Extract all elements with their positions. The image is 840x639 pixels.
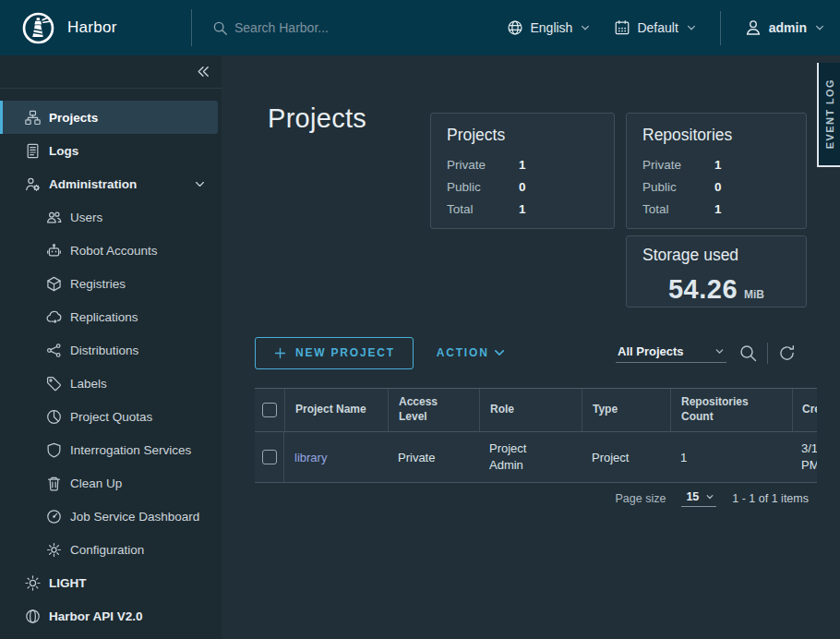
sidebar-item-projects[interactable]: Projects bbox=[0, 101, 218, 134]
sidebar-item-label: Job Service Dashboard bbox=[70, 510, 199, 524]
table-footer: Page size 15 1 - 1 of 1 items bbox=[255, 482, 817, 514]
action-dropdown-button[interactable]: ACTION bbox=[437, 346, 506, 359]
col-header-project-name[interactable]: Project Name bbox=[284, 389, 388, 431]
sidebar-item-logs[interactable]: Logs bbox=[0, 134, 222, 167]
sidebar-item-users[interactable]: Users bbox=[0, 200, 222, 234]
card-title: Repositories bbox=[642, 126, 790, 145]
cube-icon bbox=[46, 276, 62, 292]
stat-value: 1 bbox=[714, 199, 722, 221]
sidebar-item-configuration[interactable]: Configuration bbox=[0, 533, 222, 566]
chevron-down-icon bbox=[493, 346, 506, 359]
user-icon bbox=[744, 18, 762, 37]
sidebar-item-label: Users bbox=[70, 211, 102, 224]
search-table-button[interactable] bbox=[738, 344, 758, 363]
theme-menu[interactable]: Default bbox=[614, 19, 696, 36]
language-menu[interactable]: English bbox=[507, 19, 591, 36]
home-link[interactable]: Harbor bbox=[0, 0, 191, 55]
sidebar-item-replications[interactable]: Replications bbox=[0, 300, 222, 333]
cell-type: Project bbox=[582, 432, 670, 482]
sidebar-item-labels[interactable]: Labels bbox=[0, 367, 222, 400]
chevron-down-icon bbox=[194, 178, 206, 190]
user-menu[interactable]: admin bbox=[744, 18, 825, 37]
col-header-role[interactable]: Role bbox=[479, 389, 582, 431]
col-header-creation-time[interactable]: Cre bbox=[792, 389, 817, 431]
col-header-repositories-count[interactable]: Repositories Count bbox=[670, 389, 792, 431]
header-bar: Harbor English Defaul bbox=[0, 0, 840, 55]
sidebar-item-job-service-dashboard[interactable]: Job Service Dashboard bbox=[0, 500, 222, 533]
language-label: English bbox=[530, 20, 572, 35]
stat-label: Private bbox=[447, 154, 519, 176]
event-log-tab[interactable]: EVENT LOG bbox=[817, 63, 840, 167]
page-size-select[interactable]: 15 bbox=[681, 490, 716, 507]
page-size-label: Page size bbox=[616, 492, 666, 505]
stat-value: 1 bbox=[519, 199, 526, 221]
collapse-sidebar-button[interactable] bbox=[194, 63, 211, 80]
stat-label: Total bbox=[447, 199, 519, 221]
refresh-button[interactable] bbox=[777, 344, 797, 363]
new-project-button[interactable]: NEW PROJECT bbox=[255, 337, 414, 369]
sidebar-item-label: LIGHT bbox=[49, 576, 87, 590]
header-actions: English Default admin bbox=[507, 0, 840, 55]
card-title: Projects bbox=[447, 126, 598, 145]
tag-icon bbox=[46, 376, 62, 392]
project-link-library[interactable]: library bbox=[294, 451, 327, 464]
stat-label: Public bbox=[642, 176, 714, 199]
user-gear-icon bbox=[25, 176, 41, 192]
sidebar-header bbox=[0, 55, 222, 89]
sidebar-item-label: Clean Up bbox=[70, 476, 122, 490]
sidebar-item-harbor-api-v2-0[interactable]: Harbor API V2.0 bbox=[0, 599, 222, 633]
projects-table: Project Name Access Level Role Type Repo… bbox=[255, 388, 817, 514]
sidebar: ProjectsLogsAdministrationUsersRobot Acc… bbox=[0, 55, 222, 639]
search-icon bbox=[212, 20, 228, 36]
shield-icon bbox=[46, 442, 62, 458]
sidebar-item-project-quotas[interactable]: Project Quotas bbox=[0, 400, 222, 433]
stat-value: 1 bbox=[714, 154, 722, 176]
globe-alt-icon bbox=[25, 609, 41, 624]
sidebar-item-distributions[interactable]: Distributions bbox=[0, 333, 222, 367]
app-title: Harbor bbox=[67, 18, 117, 37]
search-input[interactable] bbox=[234, 20, 428, 35]
table-toolbar: NEW PROJECT ACTION All Projects bbox=[255, 336, 817, 369]
sidebar-item-label: Harbor API V2.0 bbox=[49, 609, 143, 623]
gauge-icon bbox=[46, 509, 62, 524]
chevron-down-icon bbox=[580, 22, 591, 33]
plus-icon bbox=[273, 346, 287, 360]
sidebar-item-label: Labels bbox=[70, 377, 107, 391]
sitemap-icon bbox=[25, 110, 41, 126]
cell-repositories-count: 1 bbox=[670, 432, 792, 482]
sidebar-item-administration[interactable]: Administration bbox=[0, 167, 222, 200]
chevron-down-icon bbox=[814, 22, 825, 33]
sidebar-item-registries[interactable]: Registries bbox=[0, 267, 222, 300]
storage-unit: MiB bbox=[744, 288, 764, 301]
list-icon bbox=[25, 143, 41, 159]
sidebar-item-clean-up[interactable]: Clean Up bbox=[0, 466, 222, 500]
action-label: ACTION bbox=[437, 346, 489, 359]
stat-label: Public bbox=[447, 176, 519, 199]
row-checkbox[interactable] bbox=[262, 450, 277, 464]
repositories-summary-card: Repositories Private1 Public0 Total1 bbox=[626, 113, 807, 229]
col-header-type[interactable]: Type bbox=[582, 389, 670, 431]
header-divider bbox=[191, 9, 192, 46]
global-search bbox=[212, 20, 428, 36]
toolbar-divider bbox=[767, 343, 768, 364]
stat-value: 0 bbox=[714, 176, 722, 199]
harbor-app: Harbor English Defaul bbox=[0, 0, 840, 639]
sidebar-item-interrogation-services[interactable]: Interrogation Services bbox=[0, 433, 222, 466]
storage-used-card: Storage used 54.26 MiB bbox=[626, 235, 807, 307]
sidebar-item-label: Replications bbox=[70, 310, 138, 324]
table-row: library Private Project Admin Project 1 … bbox=[255, 432, 817, 482]
col-header-access-level[interactable]: Access Level bbox=[388, 389, 479, 431]
sidebar-item-light[interactable]: LIGHT bbox=[0, 566, 222, 599]
items-range-label: 1 - 1 of 1 items bbox=[732, 492, 809, 505]
sidebar-item-label: Project Quotas bbox=[70, 410, 152, 424]
projects-summary-card: Projects Private1 Public0 Total1 bbox=[430, 113, 615, 229]
project-filter-select[interactable]: All Projects bbox=[616, 343, 726, 363]
select-all-checkbox[interactable] bbox=[262, 403, 277, 417]
sidebar-item-label: Configuration bbox=[70, 543, 144, 557]
table-filter-group: All Projects bbox=[616, 343, 817, 364]
sidebar-item-robot-accounts[interactable]: Robot Accounts bbox=[0, 234, 222, 267]
storage-value: 54.26 bbox=[668, 274, 738, 305]
cloud-icon bbox=[46, 309, 62, 325]
cell-access-level: Private bbox=[388, 432, 479, 482]
sun-icon bbox=[25, 575, 41, 591]
